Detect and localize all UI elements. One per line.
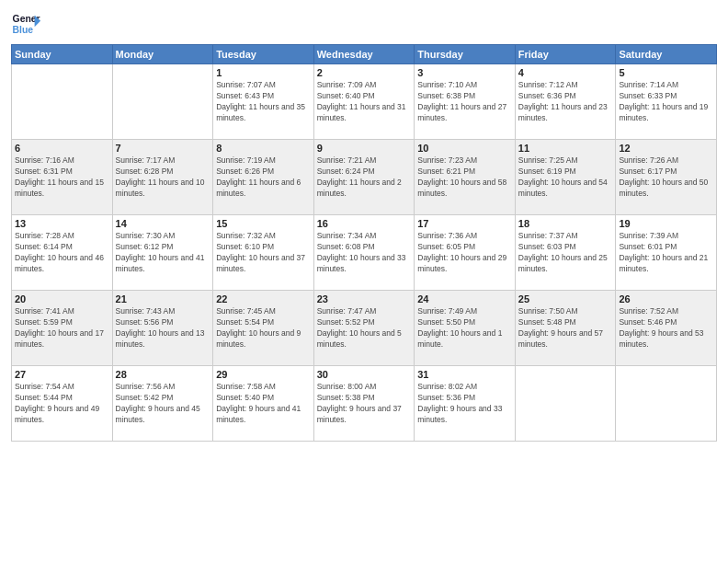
day-info: Sunrise: 7:10 AM Sunset: 6:38 PM Dayligh… — [417, 80, 512, 124]
calendar-cell: 2Sunrise: 7:09 AM Sunset: 6:40 PM Daylig… — [313, 64, 415, 140]
day-number: 11 — [518, 143, 613, 154]
calendar-cell: 13Sunrise: 7:28 AM Sunset: 6:14 PM Dayli… — [12, 215, 113, 291]
day-header-saturday: Saturday — [616, 45, 717, 64]
day-number: 7 — [116, 143, 210, 154]
calendar-table: SundayMondayTuesdayWednesdayThursdayFrid… — [11, 44, 717, 442]
calendar-cell: 31Sunrise: 8:02 AM Sunset: 5:36 PM Dayli… — [415, 366, 516, 442]
calendar-week-row: 27Sunrise: 7:54 AM Sunset: 5:44 PM Dayli… — [12, 366, 717, 442]
logo-icon: General Blue — [11, 9, 40, 39]
calendar-cell: 20Sunrise: 7:41 AM Sunset: 5:59 PM Dayli… — [12, 291, 113, 366]
calendar-cell: 23Sunrise: 7:47 AM Sunset: 5:52 PM Dayli… — [313, 291, 415, 366]
calendar-cell: 14Sunrise: 7:30 AM Sunset: 6:12 PM Dayli… — [112, 215, 213, 291]
day-info: Sunrise: 7:26 AM Sunset: 6:17 PM Dayligh… — [619, 155, 713, 200]
day-info: Sunrise: 7:45 AM Sunset: 5:54 PM Dayligh… — [216, 306, 311, 350]
day-info: Sunrise: 7:34 AM Sunset: 6:08 PM Dayligh… — [317, 231, 412, 275]
day-number: 4 — [518, 67, 613, 78]
calendar-cell: 24Sunrise: 7:49 AM Sunset: 5:50 PM Dayli… — [415, 291, 516, 366]
day-number: 27 — [15, 369, 109, 380]
day-info: Sunrise: 7:16 AM Sunset: 6:31 PM Dayligh… — [15, 155, 109, 200]
day-number: 20 — [15, 293, 109, 304]
day-info: Sunrise: 7:52 AM Sunset: 5:46 PM Dayligh… — [619, 306, 713, 350]
day-number: 17 — [417, 218, 512, 229]
day-number: 6 — [15, 143, 109, 154]
day-info: Sunrise: 7:50 AM Sunset: 5:48 PM Dayligh… — [518, 306, 613, 350]
day-info: Sunrise: 7:41 AM Sunset: 5:59 PM Dayligh… — [15, 306, 109, 350]
calendar-cell: 18Sunrise: 7:37 AM Sunset: 6:03 PM Dayli… — [515, 215, 616, 291]
day-info: Sunrise: 7:17 AM Sunset: 6:28 PM Dayligh… — [116, 155, 210, 200]
calendar-cell: 11Sunrise: 7:25 AM Sunset: 6:19 PM Dayli… — [515, 140, 616, 215]
day-number: 30 — [317, 369, 412, 380]
day-info: Sunrise: 7:14 AM Sunset: 6:33 PM Dayligh… — [619, 80, 713, 124]
day-info: Sunrise: 7:37 AM Sunset: 6:03 PM Dayligh… — [518, 231, 613, 275]
day-info: Sunrise: 7:47 AM Sunset: 5:52 PM Dayligh… — [317, 306, 412, 350]
day-number: 3 — [417, 67, 512, 78]
calendar-cell: 15Sunrise: 7:32 AM Sunset: 6:10 PM Dayli… — [213, 215, 314, 291]
day-info: Sunrise: 7:07 AM Sunset: 6:43 PM Dayligh… — [216, 80, 311, 124]
day-header-thursday: Thursday — [415, 45, 516, 64]
day-info: Sunrise: 7:21 AM Sunset: 6:24 PM Dayligh… — [317, 155, 412, 200]
day-number: 13 — [15, 218, 109, 229]
day-number: 2 — [317, 67, 412, 78]
day-number: 10 — [417, 143, 512, 154]
day-number: 19 — [619, 218, 713, 229]
day-info: Sunrise: 7:23 AM Sunset: 6:21 PM Dayligh… — [417, 155, 512, 200]
day-info: Sunrise: 7:12 AM Sunset: 6:36 PM Dayligh… — [518, 80, 613, 124]
day-number: 23 — [317, 293, 412, 304]
svg-text:Blue: Blue — [13, 25, 34, 35]
day-header-friday: Friday — [515, 45, 616, 64]
day-number: 29 — [216, 369, 311, 380]
day-number: 15 — [216, 218, 311, 229]
day-header-tuesday: Tuesday — [213, 45, 314, 64]
day-number: 14 — [116, 218, 210, 229]
calendar-cell: 4Sunrise: 7:12 AM Sunset: 6:36 PM Daylig… — [515, 64, 616, 140]
calendar-cell: 27Sunrise: 7:54 AM Sunset: 5:44 PM Dayli… — [12, 366, 113, 442]
day-header-wednesday: Wednesday — [313, 45, 415, 64]
calendar-cell: 1Sunrise: 7:07 AM Sunset: 6:43 PM Daylig… — [213, 64, 314, 140]
calendar-cell: 9Sunrise: 7:21 AM Sunset: 6:24 PM Daylig… — [313, 140, 415, 215]
day-header-sunday: Sunday — [12, 45, 113, 64]
day-info: Sunrise: 7:49 AM Sunset: 5:50 PM Dayligh… — [417, 306, 512, 350]
day-number: 26 — [619, 293, 713, 304]
day-info: Sunrise: 7:39 AM Sunset: 6:01 PM Dayligh… — [619, 231, 713, 275]
day-number: 21 — [116, 293, 210, 304]
calendar-cell: 21Sunrise: 7:43 AM Sunset: 5:56 PM Dayli… — [112, 291, 213, 366]
calendar-cell: 12Sunrise: 7:26 AM Sunset: 6:17 PM Dayli… — [616, 140, 717, 215]
calendar-cell: 28Sunrise: 7:56 AM Sunset: 5:42 PM Dayli… — [112, 366, 213, 442]
calendar-cell: 19Sunrise: 7:39 AM Sunset: 6:01 PM Dayli… — [616, 215, 717, 291]
page: General Blue SundayMondayTuesdayWednesda… — [0, 0, 728, 563]
calendar-cell — [12, 64, 113, 140]
day-info: Sunrise: 7:58 AM Sunset: 5:40 PM Dayligh… — [216, 382, 311, 426]
calendar-cell: 22Sunrise: 7:45 AM Sunset: 5:54 PM Dayli… — [213, 291, 314, 366]
calendar-cell — [616, 366, 717, 442]
calendar-cell: 7Sunrise: 7:17 AM Sunset: 6:28 PM Daylig… — [112, 140, 213, 215]
day-info: Sunrise: 8:02 AM Sunset: 5:36 PM Dayligh… — [417, 382, 512, 426]
day-info: Sunrise: 7:56 AM Sunset: 5:42 PM Dayligh… — [116, 382, 210, 426]
day-info: Sunrise: 8:00 AM Sunset: 5:38 PM Dayligh… — [317, 382, 412, 426]
day-info: Sunrise: 7:36 AM Sunset: 6:05 PM Dayligh… — [417, 231, 512, 275]
day-number: 25 — [518, 293, 613, 304]
day-info: Sunrise: 7:25 AM Sunset: 6:19 PM Dayligh… — [518, 155, 613, 200]
day-info: Sunrise: 7:54 AM Sunset: 5:44 PM Dayligh… — [15, 382, 109, 426]
calendar-cell: 5Sunrise: 7:14 AM Sunset: 6:33 PM Daylig… — [616, 64, 717, 140]
calendar-cell: 29Sunrise: 7:58 AM Sunset: 5:40 PM Dayli… — [213, 366, 314, 442]
day-number: 31 — [417, 369, 512, 380]
calendar-week-row: 13Sunrise: 7:28 AM Sunset: 6:14 PM Dayli… — [12, 215, 717, 291]
day-number: 22 — [216, 293, 311, 304]
day-number: 28 — [116, 369, 210, 380]
day-info: Sunrise: 7:19 AM Sunset: 6:26 PM Dayligh… — [216, 155, 311, 200]
calendar-cell: 26Sunrise: 7:52 AM Sunset: 5:46 PM Dayli… — [616, 291, 717, 366]
calendar-cell: 17Sunrise: 7:36 AM Sunset: 6:05 PM Dayli… — [415, 215, 516, 291]
header: General Blue — [11, 9, 717, 39]
calendar-cell: 25Sunrise: 7:50 AM Sunset: 5:48 PM Dayli… — [515, 291, 616, 366]
day-info: Sunrise: 7:30 AM Sunset: 6:12 PM Dayligh… — [116, 231, 210, 275]
calendar-cell — [112, 64, 213, 140]
day-number: 24 — [417, 293, 512, 304]
day-number: 18 — [518, 218, 613, 229]
calendar-cell: 16Sunrise: 7:34 AM Sunset: 6:08 PM Dayli… — [313, 215, 415, 291]
calendar-week-row: 20Sunrise: 7:41 AM Sunset: 5:59 PM Dayli… — [12, 291, 717, 366]
logo: General Blue — [11, 9, 40, 39]
day-number: 16 — [317, 218, 412, 229]
calendar-cell: 3Sunrise: 7:10 AM Sunset: 6:38 PM Daylig… — [415, 64, 516, 140]
day-info: Sunrise: 7:09 AM Sunset: 6:40 PM Dayligh… — [317, 80, 412, 124]
calendar-cell: 10Sunrise: 7:23 AM Sunset: 6:21 PM Dayli… — [415, 140, 516, 215]
